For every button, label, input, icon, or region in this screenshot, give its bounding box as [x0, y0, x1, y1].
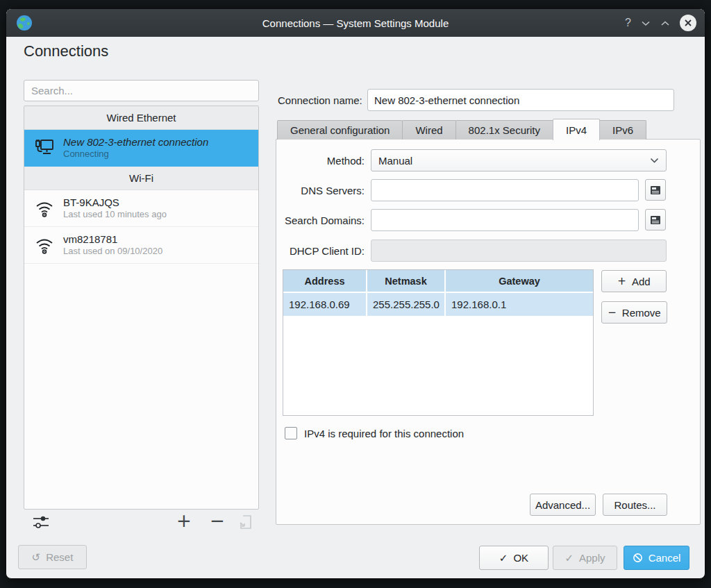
connection-name: vm8218781 [63, 233, 162, 246]
minus-icon: − [608, 306, 617, 319]
list-toolbar: + − [24, 512, 259, 534]
dns-list-edit-button[interactable] [645, 179, 666, 201]
advanced-button[interactable]: Advanced... [530, 494, 596, 516]
section-header-wifi: Wi-Fi [24, 167, 258, 190]
address-table[interactable]: Address Netmask Gateway 192.168.0.69 255… [283, 269, 594, 416]
ipv4-required-checkbox[interactable] [285, 427, 297, 439]
column-header-address[interactable]: Address [283, 270, 366, 292]
connection-name: BT-9KAJQS [63, 196, 167, 210]
dns-servers-input[interactable] [371, 179, 639, 201]
window-title: Connections — System Settings Module [6, 17, 705, 29]
minimize-icon[interactable] [641, 20, 651, 26]
tab-wired[interactable]: Wired [402, 120, 455, 140]
table-cell-address[interactable]: 192.168.0.69 [283, 293, 366, 316]
dhcp-client-id-input [371, 240, 667, 262]
dns-servers-label: DNS Servers: [301, 185, 365, 196]
export-connection-icon [237, 513, 254, 531]
settings-window: Connections — System Settings Module ? C… [6, 8, 705, 579]
connection-name: New 802-3-ethernet connection [63, 136, 208, 149]
method-label: Method: [327, 155, 365, 167]
routes-button[interactable]: Routes... [603, 494, 667, 516]
ipv4-tab-panel: Method: Manual DNS Servers: Sea [276, 139, 701, 525]
connection-list: Wired Ethernet [24, 106, 259, 510]
plus-icon: + [617, 275, 626, 287]
configure-sliders-icon[interactable] [32, 514, 50, 530]
check-icon: ✓ [564, 552, 574, 564]
chevron-down-icon [650, 158, 659, 163]
search-domains-input[interactable] [371, 209, 639, 231]
close-button[interactable] [680, 15, 696, 31]
column-header-gateway[interactable]: Gateway [446, 270, 593, 292]
tab-8021x-security[interactable]: 802.1x Security [455, 120, 553, 140]
tab-ipv4[interactable]: IPv4 [553, 119, 600, 140]
search-input[interactable] [24, 80, 259, 101]
search-domains-list-edit-button[interactable] [645, 209, 666, 230]
table-cell-gateway[interactable]: 192.168.0.1 [446, 293, 593, 316]
tab-general-configuration[interactable]: General configuration [277, 120, 403, 140]
wifi-icon [33, 233, 56, 257]
add-connection-icon[interactable]: + [176, 512, 192, 530]
remove-address-button[interactable]: − Remove [601, 301, 667, 324]
reset-button: ↺ Reset [18, 545, 87, 569]
section-header-wired: Wired Ethernet [24, 106, 258, 130]
page-title: Connections [24, 42, 108, 60]
ethernet-icon [33, 136, 56, 160]
method-combobox[interactable]: Manual [371, 149, 667, 171]
maximize-icon[interactable] [660, 20, 670, 26]
connection-item-wired[interactable]: New 802-3-ethernet connection Connecting [24, 130, 258, 167]
ipv4-required-label[interactable]: IPv4 is required for this connection [304, 428, 464, 439]
remove-connection-icon[interactable]: − [210, 512, 225, 530]
settings-tabbar: General configuration Wired 802.1x Secur… [277, 119, 646, 140]
connection-status: Last used on 09/10/2020 [63, 246, 162, 257]
tab-ipv6[interactable]: IPv6 [599, 120, 646, 140]
network-globe-icon [15, 13, 34, 33]
connection-item-wifi-2[interactable]: vm8218781 Last used on 09/10/2020 [24, 227, 258, 264]
undo-icon: ↺ [32, 551, 41, 564]
connection-name-input[interactable] [367, 89, 674, 111]
column-header-netmask[interactable]: Netmask [367, 270, 444, 292]
search-domains-label: Search Domains: [285, 215, 365, 226]
help-button[interactable]: ? [625, 17, 631, 28]
add-address-button[interactable]: + Add [601, 270, 667, 292]
cancel-button[interactable]: Cancel [624, 546, 689, 570]
titlebar[interactable]: Connections — System Settings Module ? [6, 9, 705, 37]
ok-button[interactable]: ✓ OK [479, 546, 549, 570]
connection-status: Connecting [63, 149, 208, 160]
connection-item-wifi-1[interactable]: BT-9KAJQS Last used 10 minutes ago [24, 190, 258, 227]
desktop-background: Connections — System Settings Module ? C… [0, 0, 711, 588]
wifi-icon [33, 196, 56, 220]
connection-name-label: Connection name: [278, 94, 362, 106]
cancel-slash-icon [633, 553, 643, 563]
table-cell-netmask[interactable]: 255.255.255.0 [367, 293, 444, 316]
check-icon: ✓ [499, 552, 508, 564]
apply-button: ✓ Apply [553, 546, 617, 570]
dhcp-client-id-label: DHCP Client ID: [290, 245, 365, 257]
connection-status: Last used 10 minutes ago [63, 209, 167, 220]
